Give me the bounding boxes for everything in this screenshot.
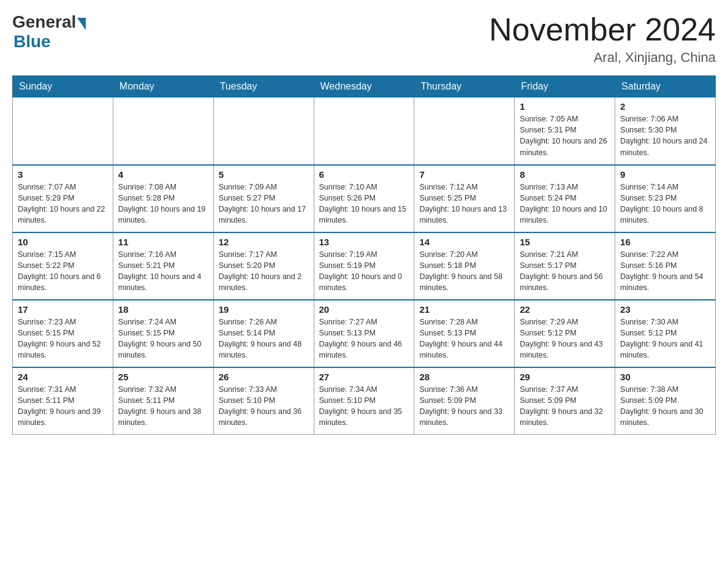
day-info: Sunrise: 7:15 AMSunset: 5:22 PMDaylight:… [18,249,108,294]
day-info: Sunrise: 7:34 AMSunset: 5:10 PMDaylight:… [319,384,409,429]
calendar-cell [213,98,314,165]
day-number: 30 [620,372,710,382]
day-number: 8 [520,169,610,180]
calendar-cell: 14Sunrise: 7:20 AMSunset: 5:18 PMDayligh… [414,232,515,300]
day-info: Sunrise: 7:17 AMSunset: 5:20 PMDaylight:… [219,249,309,294]
calendar-cell: 7Sunrise: 7:12 AMSunset: 5:25 PMDaylight… [414,165,515,232]
calendar-cell: 3Sunrise: 7:07 AMSunset: 5:29 PMDaylight… [13,165,113,232]
logo-general-text: General [12,12,76,32]
day-number: 1 [520,101,610,112]
day-info: Sunrise: 7:20 AMSunset: 5:18 PMDaylight:… [419,249,509,294]
day-info: Sunrise: 7:26 AMSunset: 5:14 PMDaylight:… [219,316,309,361]
day-number: 29 [520,372,610,382]
calendar-header-tuesday: Tuesday [213,76,314,98]
calendar-cell: 26Sunrise: 7:33 AMSunset: 5:10 PMDayligh… [213,367,314,435]
calendar-cell: 10Sunrise: 7:15 AMSunset: 5:22 PMDayligh… [13,232,113,300]
day-info: Sunrise: 7:07 AMSunset: 5:29 PMDaylight:… [18,182,108,226]
day-info: Sunrise: 7:10 AMSunset: 5:26 PMDaylight:… [319,182,409,226]
day-info: Sunrise: 7:33 AMSunset: 5:10 PMDaylight:… [219,384,309,429]
day-info: Sunrise: 7:21 AMSunset: 5:17 PMDaylight:… [520,249,610,294]
day-number: 27 [319,372,409,382]
calendar-cell: 8Sunrise: 7:13 AMSunset: 5:24 PMDaylight… [515,165,615,232]
day-number: 19 [219,304,309,315]
calendar-cell: 11Sunrise: 7:16 AMSunset: 5:21 PMDayligh… [113,232,213,300]
calendar-cell [314,98,414,165]
calendar-cell: 5Sunrise: 7:09 AMSunset: 5:27 PMDaylight… [213,165,314,232]
day-info: Sunrise: 7:38 AMSunset: 5:09 PMDaylight:… [620,384,710,429]
calendar-header-wednesday: Wednesday [314,76,414,98]
calendar-cell: 9Sunrise: 7:14 AMSunset: 5:23 PMDaylight… [615,165,716,232]
calendar-cell: 6Sunrise: 7:10 AMSunset: 5:26 PMDaylight… [314,165,414,232]
day-number: 13 [319,237,409,247]
day-number: 16 [620,237,710,247]
calendar-cell: 19Sunrise: 7:26 AMSunset: 5:14 PMDayligh… [213,300,314,367]
calendar-cell: 24Sunrise: 7:31 AMSunset: 5:11 PMDayligh… [13,367,113,435]
day-info: Sunrise: 7:22 AMSunset: 5:16 PMDaylight:… [620,249,710,294]
calendar-cell: 16Sunrise: 7:22 AMSunset: 5:16 PMDayligh… [615,232,716,300]
calendar-header-row: SundayMondayTuesdayWednesdayThursdayFrid… [13,76,716,98]
title-area: November 2024 Aral, Xinjiang, China [489,12,716,66]
month-title: November 2024 [489,12,716,47]
day-info: Sunrise: 7:36 AMSunset: 5:09 PMDaylight:… [419,384,509,429]
day-info: Sunrise: 7:08 AMSunset: 5:28 PMDaylight:… [118,182,208,226]
calendar-header-monday: Monday [113,76,213,98]
calendar-cell [113,98,213,165]
calendar-cell: 18Sunrise: 7:24 AMSunset: 5:15 PMDayligh… [113,300,213,367]
day-number: 23 [620,304,710,315]
calendar-cell: 28Sunrise: 7:36 AMSunset: 5:09 PMDayligh… [414,367,515,435]
calendar-cell: 15Sunrise: 7:21 AMSunset: 5:17 PMDayligh… [515,232,615,300]
day-number: 21 [419,304,509,315]
day-number: 7 [419,169,509,180]
calendar-cell: 17Sunrise: 7:23 AMSunset: 5:15 PMDayligh… [13,300,113,367]
calendar-cell: 29Sunrise: 7:37 AMSunset: 5:09 PMDayligh… [515,367,615,435]
day-info: Sunrise: 7:14 AMSunset: 5:23 PMDaylight:… [620,182,710,226]
day-number: 12 [219,237,309,247]
calendar-cell: 22Sunrise: 7:29 AMSunset: 5:12 PMDayligh… [515,300,615,367]
calendar-week-row: 3Sunrise: 7:07 AMSunset: 5:29 PMDaylight… [13,165,716,232]
day-info: Sunrise: 7:28 AMSunset: 5:13 PMDaylight:… [419,316,509,361]
day-number: 25 [118,372,208,382]
day-number: 2 [620,101,710,112]
logo-blue-text: Blue [13,32,51,52]
calendar-cell [414,98,515,165]
day-info: Sunrise: 7:12 AMSunset: 5:25 PMDaylight:… [419,182,509,226]
calendar-week-row: 1Sunrise: 7:05 AMSunset: 5:31 PMDaylight… [13,98,716,165]
calendar-header-saturday: Saturday [615,76,716,98]
day-info: Sunrise: 7:30 AMSunset: 5:12 PMDaylight:… [620,316,710,361]
calendar-cell: 12Sunrise: 7:17 AMSunset: 5:20 PMDayligh… [213,232,314,300]
day-number: 24 [18,372,108,382]
day-number: 3 [18,169,108,180]
logo: General Blue [12,12,86,52]
location-title: Aral, Xinjiang, China [489,50,716,66]
day-info: Sunrise: 7:31 AMSunset: 5:11 PMDaylight:… [18,384,108,429]
day-info: Sunrise: 7:23 AMSunset: 5:15 PMDaylight:… [18,316,108,361]
day-info: Sunrise: 7:27 AMSunset: 5:13 PMDaylight:… [319,316,409,361]
calendar-cell: 27Sunrise: 7:34 AMSunset: 5:10 PMDayligh… [314,367,414,435]
day-number: 22 [520,304,610,315]
day-info: Sunrise: 7:16 AMSunset: 5:21 PMDaylight:… [118,249,208,294]
calendar-week-row: 24Sunrise: 7:31 AMSunset: 5:11 PMDayligh… [13,367,716,435]
day-number: 18 [118,304,208,315]
calendar-cell: 2Sunrise: 7:06 AMSunset: 5:30 PMDaylight… [615,98,716,165]
calendar-cell: 13Sunrise: 7:19 AMSunset: 5:19 PMDayligh… [314,232,414,300]
day-info: Sunrise: 7:32 AMSunset: 5:11 PMDaylight:… [118,384,208,429]
calendar-cell: 23Sunrise: 7:30 AMSunset: 5:12 PMDayligh… [615,300,716,367]
day-number: 9 [620,169,710,180]
day-info: Sunrise: 7:13 AMSunset: 5:24 PMDaylight:… [520,182,610,226]
calendar-week-row: 17Sunrise: 7:23 AMSunset: 5:15 PMDayligh… [13,300,716,367]
day-number: 15 [520,237,610,247]
day-info: Sunrise: 7:29 AMSunset: 5:12 PMDaylight:… [520,316,610,361]
header: General Blue November 2024 Aral, Xinjian… [12,12,716,66]
calendar-cell: 30Sunrise: 7:38 AMSunset: 5:09 PMDayligh… [615,367,716,435]
day-number: 26 [219,372,309,382]
day-number: 20 [319,304,409,315]
calendar-table: SundayMondayTuesdayWednesdayThursdayFrid… [12,75,716,435]
day-number: 6 [319,169,409,180]
day-number: 4 [118,169,208,180]
day-info: Sunrise: 7:19 AMSunset: 5:19 PMDaylight:… [319,249,409,294]
day-info: Sunrise: 7:09 AMSunset: 5:27 PMDaylight:… [219,182,309,226]
day-info: Sunrise: 7:37 AMSunset: 5:09 PMDaylight:… [520,384,610,429]
calendar-header-thursday: Thursday [414,76,515,98]
calendar-cell [13,98,113,165]
calendar-cell: 25Sunrise: 7:32 AMSunset: 5:11 PMDayligh… [113,367,213,435]
